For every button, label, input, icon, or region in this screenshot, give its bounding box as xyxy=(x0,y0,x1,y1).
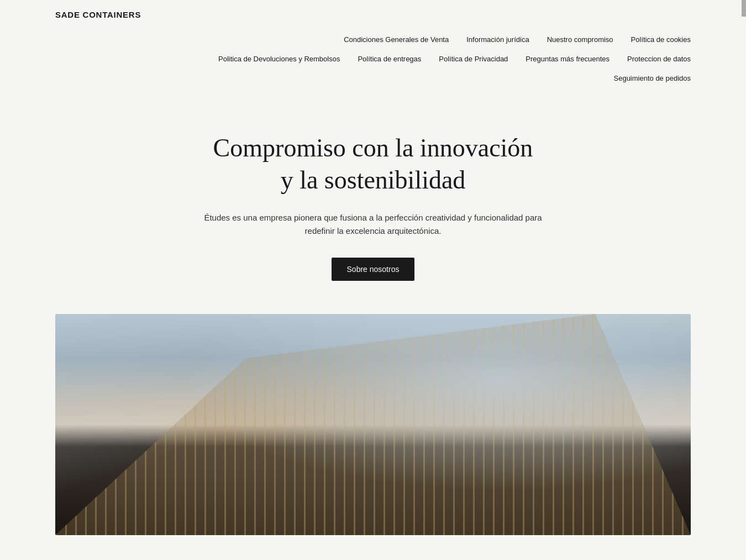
hero-section: Compromiso con la innovación y la sosten… xyxy=(0,88,746,314)
hero-title: Compromiso con la innovación y la sosten… xyxy=(55,132,691,196)
nav-link-preguntas-frecuentes[interactable]: Preguntas más frecuentes xyxy=(526,55,610,63)
nav-row-2: Politica de Devoluciones y RembolsosPolí… xyxy=(218,49,691,69)
nav-row-1: Condiciones Generales de VentaInformació… xyxy=(344,30,691,49)
nav-link-informacion-juridica[interactable]: Información jurídica xyxy=(466,35,529,44)
nav-link-politica-cookies[interactable]: Política de cookies xyxy=(631,35,691,44)
nav-link-proteccion-datos[interactable]: Proteccion de datos xyxy=(627,55,691,63)
nav-link-politica-privacidad[interactable]: Política de Privacidad xyxy=(439,55,508,63)
cta-button[interactable]: Sobre nosotros xyxy=(332,258,415,281)
nav-link-condiciones-generales[interactable]: Condiciones Generales de Venta xyxy=(344,35,449,44)
hero-subtitle: Études es una empresa pionera que fusion… xyxy=(202,211,544,238)
nav-link-nuestro-compromiso[interactable]: Nuestro compromiso xyxy=(547,35,613,44)
site-logo[interactable]: SADE CONTAINERS xyxy=(55,10,141,19)
nav-link-seguimiento-pedidos[interactable]: Seguimiento de pedidos xyxy=(614,74,691,82)
hero-title-line1: Compromiso con la innovación xyxy=(213,134,533,162)
scroll-indicator[interactable] xyxy=(742,0,746,17)
nav-link-politica-devoluciones[interactable]: Politica de Devoluciones y Rembolsos xyxy=(218,55,340,63)
nav-row-3: Seguimiento de pedidos xyxy=(614,69,691,88)
hero-image xyxy=(55,314,691,535)
nav-link-politica-entregas[interactable]: Política de entregas xyxy=(358,55,421,63)
main-nav: Condiciones Generales de VentaInformació… xyxy=(0,30,746,88)
site-header: SADE CONTAINERS xyxy=(0,0,746,30)
hero-title-line2: y la sostenibilidad xyxy=(281,166,466,194)
